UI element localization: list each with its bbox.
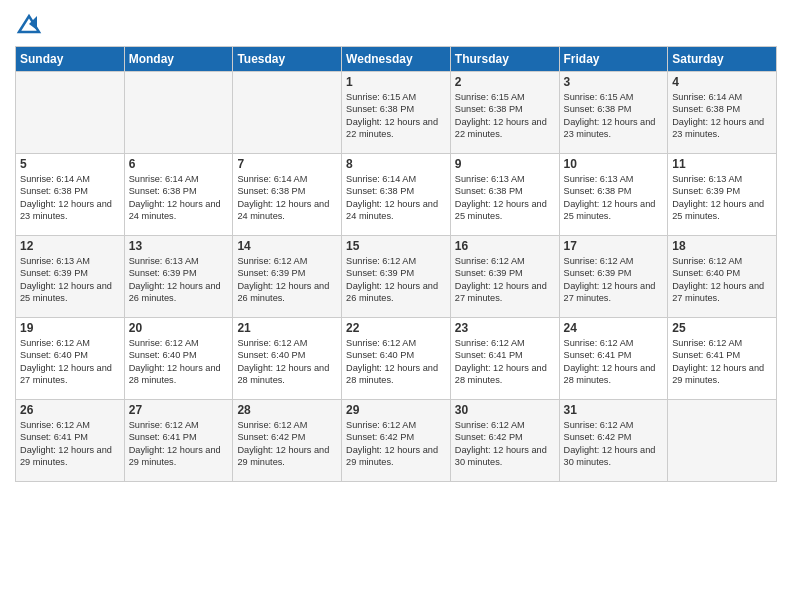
day-number: 2 [455, 75, 555, 89]
logo-icon [15, 10, 43, 38]
calendar-cell: 7Sunrise: 6:14 AM Sunset: 6:38 PM Daylig… [233, 154, 342, 236]
calendar-cell: 23Sunrise: 6:12 AM Sunset: 6:41 PM Dayli… [450, 318, 559, 400]
day-info: Sunrise: 6:13 AM Sunset: 6:39 PM Dayligh… [20, 255, 120, 305]
week-row-4: 19Sunrise: 6:12 AM Sunset: 6:40 PM Dayli… [16, 318, 777, 400]
header [15, 10, 777, 38]
week-row-3: 12Sunrise: 6:13 AM Sunset: 6:39 PM Dayli… [16, 236, 777, 318]
calendar-cell: 6Sunrise: 6:14 AM Sunset: 6:38 PM Daylig… [124, 154, 233, 236]
day-info: Sunrise: 6:12 AM Sunset: 6:41 PM Dayligh… [564, 337, 664, 387]
day-info: Sunrise: 6:12 AM Sunset: 6:42 PM Dayligh… [237, 419, 337, 469]
day-number: 16 [455, 239, 555, 253]
day-info: Sunrise: 6:15 AM Sunset: 6:38 PM Dayligh… [564, 91, 664, 141]
calendar-cell [668, 400, 777, 482]
day-info: Sunrise: 6:12 AM Sunset: 6:39 PM Dayligh… [564, 255, 664, 305]
calendar-cell: 15Sunrise: 6:12 AM Sunset: 6:39 PM Dayli… [342, 236, 451, 318]
calendar-cell: 4Sunrise: 6:14 AM Sunset: 6:38 PM Daylig… [668, 72, 777, 154]
calendar-cell: 14Sunrise: 6:12 AM Sunset: 6:39 PM Dayli… [233, 236, 342, 318]
day-info: Sunrise: 6:12 AM Sunset: 6:41 PM Dayligh… [20, 419, 120, 469]
page: SundayMondayTuesdayWednesdayThursdayFrid… [0, 0, 792, 612]
day-info: Sunrise: 6:14 AM Sunset: 6:38 PM Dayligh… [129, 173, 229, 223]
calendar-cell: 31Sunrise: 6:12 AM Sunset: 6:42 PM Dayli… [559, 400, 668, 482]
day-info: Sunrise: 6:13 AM Sunset: 6:38 PM Dayligh… [564, 173, 664, 223]
calendar-table: SundayMondayTuesdayWednesdayThursdayFrid… [15, 46, 777, 482]
day-number: 29 [346, 403, 446, 417]
calendar-cell: 22Sunrise: 6:12 AM Sunset: 6:40 PM Dayli… [342, 318, 451, 400]
day-header-thursday: Thursday [450, 47, 559, 72]
calendar-cell [233, 72, 342, 154]
day-number: 27 [129, 403, 229, 417]
calendar-cell: 30Sunrise: 6:12 AM Sunset: 6:42 PM Dayli… [450, 400, 559, 482]
day-info: Sunrise: 6:12 AM Sunset: 6:42 PM Dayligh… [455, 419, 555, 469]
day-header-monday: Monday [124, 47, 233, 72]
day-number: 26 [20, 403, 120, 417]
calendar-body: 1Sunrise: 6:15 AM Sunset: 6:38 PM Daylig… [16, 72, 777, 482]
calendar-cell: 21Sunrise: 6:12 AM Sunset: 6:40 PM Dayli… [233, 318, 342, 400]
day-number: 19 [20, 321, 120, 335]
week-row-5: 26Sunrise: 6:12 AM Sunset: 6:41 PM Dayli… [16, 400, 777, 482]
day-info: Sunrise: 6:13 AM Sunset: 6:39 PM Dayligh… [129, 255, 229, 305]
day-number: 5 [20, 157, 120, 171]
calendar-cell: 1Sunrise: 6:15 AM Sunset: 6:38 PM Daylig… [342, 72, 451, 154]
calendar-cell [124, 72, 233, 154]
day-info: Sunrise: 6:12 AM Sunset: 6:42 PM Dayligh… [346, 419, 446, 469]
day-number: 11 [672, 157, 772, 171]
day-number: 22 [346, 321, 446, 335]
day-info: Sunrise: 6:12 AM Sunset: 6:41 PM Dayligh… [672, 337, 772, 387]
day-number: 21 [237, 321, 337, 335]
day-info: Sunrise: 6:12 AM Sunset: 6:40 PM Dayligh… [129, 337, 229, 387]
calendar-cell: 8Sunrise: 6:14 AM Sunset: 6:38 PM Daylig… [342, 154, 451, 236]
calendar-cell: 18Sunrise: 6:12 AM Sunset: 6:40 PM Dayli… [668, 236, 777, 318]
calendar-cell: 25Sunrise: 6:12 AM Sunset: 6:41 PM Dayli… [668, 318, 777, 400]
day-number: 13 [129, 239, 229, 253]
day-number: 30 [455, 403, 555, 417]
day-number: 8 [346, 157, 446, 171]
day-info: Sunrise: 6:12 AM Sunset: 6:39 PM Dayligh… [346, 255, 446, 305]
day-header-friday: Friday [559, 47, 668, 72]
day-number: 3 [564, 75, 664, 89]
day-number: 4 [672, 75, 772, 89]
logo [15, 10, 47, 38]
day-number: 1 [346, 75, 446, 89]
day-number: 18 [672, 239, 772, 253]
calendar-cell: 20Sunrise: 6:12 AM Sunset: 6:40 PM Dayli… [124, 318, 233, 400]
week-row-1: 1Sunrise: 6:15 AM Sunset: 6:38 PM Daylig… [16, 72, 777, 154]
day-number: 7 [237, 157, 337, 171]
calendar-cell: 2Sunrise: 6:15 AM Sunset: 6:38 PM Daylig… [450, 72, 559, 154]
day-number: 23 [455, 321, 555, 335]
day-info: Sunrise: 6:12 AM Sunset: 6:40 PM Dayligh… [20, 337, 120, 387]
day-info: Sunrise: 6:14 AM Sunset: 6:38 PM Dayligh… [20, 173, 120, 223]
week-row-2: 5Sunrise: 6:14 AM Sunset: 6:38 PM Daylig… [16, 154, 777, 236]
calendar-cell: 27Sunrise: 6:12 AM Sunset: 6:41 PM Dayli… [124, 400, 233, 482]
day-info: Sunrise: 6:12 AM Sunset: 6:39 PM Dayligh… [237, 255, 337, 305]
day-number: 17 [564, 239, 664, 253]
calendar-cell: 17Sunrise: 6:12 AM Sunset: 6:39 PM Dayli… [559, 236, 668, 318]
day-number: 10 [564, 157, 664, 171]
day-info: Sunrise: 6:12 AM Sunset: 6:40 PM Dayligh… [346, 337, 446, 387]
day-header-tuesday: Tuesday [233, 47, 342, 72]
day-number: 28 [237, 403, 337, 417]
day-info: Sunrise: 6:12 AM Sunset: 6:40 PM Dayligh… [672, 255, 772, 305]
day-number: 31 [564, 403, 664, 417]
calendar-header: SundayMondayTuesdayWednesdayThursdayFrid… [16, 47, 777, 72]
calendar-cell: 5Sunrise: 6:14 AM Sunset: 6:38 PM Daylig… [16, 154, 125, 236]
day-info: Sunrise: 6:14 AM Sunset: 6:38 PM Dayligh… [346, 173, 446, 223]
day-info: Sunrise: 6:13 AM Sunset: 6:38 PM Dayligh… [455, 173, 555, 223]
day-header-saturday: Saturday [668, 47, 777, 72]
day-info: Sunrise: 6:12 AM Sunset: 6:42 PM Dayligh… [564, 419, 664, 469]
calendar-cell: 3Sunrise: 6:15 AM Sunset: 6:38 PM Daylig… [559, 72, 668, 154]
day-info: Sunrise: 6:12 AM Sunset: 6:40 PM Dayligh… [237, 337, 337, 387]
calendar-cell: 13Sunrise: 6:13 AM Sunset: 6:39 PM Dayli… [124, 236, 233, 318]
calendar-cell: 26Sunrise: 6:12 AM Sunset: 6:41 PM Dayli… [16, 400, 125, 482]
header-row: SundayMondayTuesdayWednesdayThursdayFrid… [16, 47, 777, 72]
calendar-cell: 10Sunrise: 6:13 AM Sunset: 6:38 PM Dayli… [559, 154, 668, 236]
day-info: Sunrise: 6:12 AM Sunset: 6:41 PM Dayligh… [455, 337, 555, 387]
calendar-cell: 16Sunrise: 6:12 AM Sunset: 6:39 PM Dayli… [450, 236, 559, 318]
calendar-cell: 11Sunrise: 6:13 AM Sunset: 6:39 PM Dayli… [668, 154, 777, 236]
calendar-cell: 9Sunrise: 6:13 AM Sunset: 6:38 PM Daylig… [450, 154, 559, 236]
day-number: 6 [129, 157, 229, 171]
day-number: 20 [129, 321, 229, 335]
day-info: Sunrise: 6:12 AM Sunset: 6:39 PM Dayligh… [455, 255, 555, 305]
day-number: 9 [455, 157, 555, 171]
day-info: Sunrise: 6:14 AM Sunset: 6:38 PM Dayligh… [672, 91, 772, 141]
day-info: Sunrise: 6:13 AM Sunset: 6:39 PM Dayligh… [672, 173, 772, 223]
